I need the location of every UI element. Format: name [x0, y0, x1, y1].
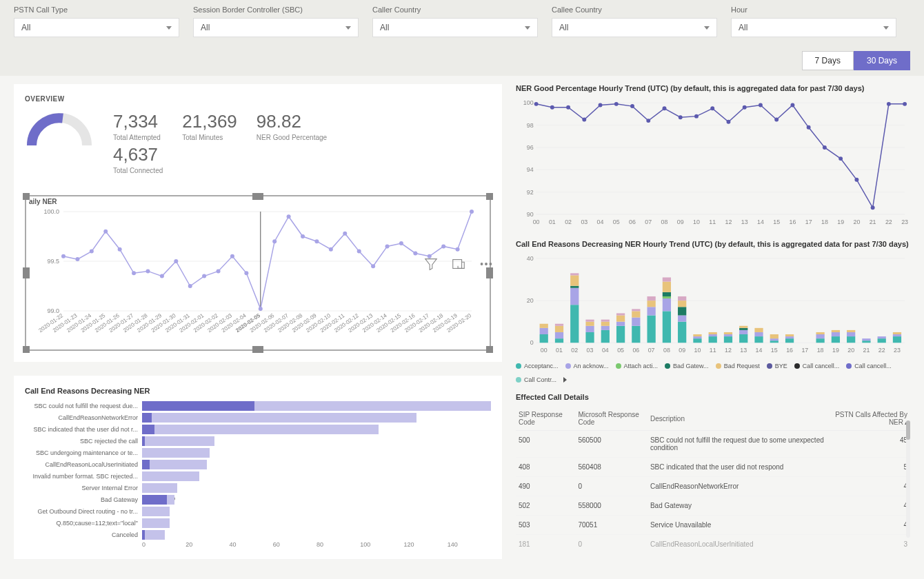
- legend-label: Attach acti...: [624, 363, 659, 369]
- filter-select-callee[interactable]: All: [552, 18, 717, 37]
- svg-rect-167: [632, 326, 640, 343]
- legend-item[interactable]: Call cancell...: [846, 363, 892, 369]
- more-options-icon[interactable]: [479, 256, 494, 272]
- svg-rect-144: [555, 324, 563, 326]
- table-cell: SBC indicated that the user did not resp…: [647, 458, 830, 477]
- table-header[interactable]: PSTN Calls Affected By NER▴: [830, 407, 910, 431]
- table-header[interactable]: Description: [647, 407, 830, 431]
- svg-point-20: [188, 284, 192, 288]
- svg-rect-148: [570, 286, 579, 288]
- table-cell: 560500: [575, 431, 647, 458]
- filter-select-hour[interactable]: All: [731, 18, 896, 37]
- svg-text:0: 0: [530, 339, 534, 346]
- legend-item[interactable]: Acceptanc...: [516, 363, 559, 369]
- filter-label: Hour: [731, 6, 896, 14]
- table-row[interactable]: 502558000Bad Gateway4: [516, 496, 910, 516]
- table-row[interactable]: 1810CallEndReasonLocalUserInitiated3: [516, 535, 910, 552]
- svg-point-33: [371, 264, 375, 268]
- legend-scroll-right-icon[interactable]: [563, 377, 567, 383]
- filter-select-pstn[interactable]: All: [14, 18, 179, 37]
- filter-select-caller[interactable]: All: [372, 18, 538, 37]
- kpi-total-connected: 4,637: [113, 144, 163, 165]
- legend-item[interactable]: Attach acti...: [616, 363, 659, 369]
- legend-item[interactable]: An acknow...: [565, 363, 609, 369]
- kpi-label: Total Minutes: [182, 134, 237, 141]
- legend-dot-icon: [516, 363, 521, 369]
- svg-text:10: 10: [694, 347, 701, 354]
- legend-label: Call cancell...: [803, 363, 840, 369]
- svg-point-104: [871, 205, 875, 210]
- svg-rect-0: [453, 260, 462, 269]
- hbar-row[interactable]: Invalid number format. SBC rejected...0: [25, 471, 491, 482]
- svg-rect-174: [647, 301, 656, 307]
- table-cell: 4: [830, 516, 910, 535]
- svg-rect-162: [616, 326, 625, 343]
- hbar-row[interactable]: CallEndReasonNetworkError4: [25, 412, 491, 423]
- hbar-row[interactable]: SBC could not fulfill the request due...…: [25, 400, 491, 412]
- hbar-row[interactable]: Bad Gateway10: [25, 494, 491, 505]
- hbar-row[interactable]: CallEndReasonLocalUserInitiated3: [25, 459, 491, 470]
- connection-donut-chart[interactable]: [25, 111, 94, 159]
- svg-rect-163: [616, 322, 625, 326]
- daily-ner-chart[interactable]: aily NER 99.099.5100.02020-01-222020-01-…: [25, 195, 491, 351]
- filter-icon[interactable]: [423, 256, 439, 272]
- kpi-ner-good: 98.82: [257, 111, 327, 132]
- kpi-attempted-connected: 7,334 Total Attempted 4,637 Total Connec…: [113, 111, 163, 174]
- reasons-hbar-chart[interactable]: SBC could not fulfill the request due...…: [25, 400, 491, 540]
- legend-item[interactable]: Call Contr...: [516, 376, 556, 383]
- reasons-hourly-chart[interactable]: 0204000010203040506070809101112131415161…: [516, 254, 910, 357]
- hbar-row[interactable]: Get Outbound Direct routing - no tr...0: [25, 506, 491, 517]
- table-row[interactable]: 4900CallEndReasonNetworkError4: [516, 477, 910, 496]
- svg-text:01: 01: [556, 347, 563, 354]
- table-row[interactable]: 500560500SBC could not fulfill the reque…: [516, 431, 910, 458]
- svg-text:98: 98: [527, 122, 534, 129]
- svg-text:08: 08: [663, 347, 670, 354]
- legend-item[interactable]: Bad Request: [716, 363, 760, 369]
- svg-text:13: 13: [740, 347, 747, 354]
- hbar-label: CallEndReasonNetworkError: [25, 414, 142, 421]
- scrollbar-vertical[interactable]: [906, 420, 910, 538]
- svg-rect-160: [601, 320, 610, 322]
- svg-text:03: 03: [587, 347, 594, 354]
- legend-item[interactable]: Call cancell...: [794, 363, 840, 369]
- hbar-row[interactable]: SBC indicated that the user did not r...…: [25, 424, 491, 435]
- svg-text:08: 08: [661, 219, 668, 225]
- svg-text:04: 04: [597, 219, 604, 225]
- call-end-reasons-card: Call End Reasons Decreasing NER SBC coul…: [14, 376, 502, 559]
- hbar-track: 0: [142, 518, 491, 528]
- table-row[interactable]: 50370051Service Unavailable4: [516, 516, 910, 535]
- table-cell: CallEndReasonNetworkError: [647, 477, 830, 496]
- range-7days-button[interactable]: 7 Days: [802, 51, 854, 70]
- table-header[interactable]: Microsoft Response Code: [575, 407, 647, 431]
- hbar-row[interactable]: Server Internal Error0: [25, 482, 491, 494]
- filter-select-sbc[interactable]: All: [193, 18, 359, 37]
- svg-text:17: 17: [801, 347, 808, 354]
- hbar-row[interactable]: Canceled1: [25, 529, 491, 540]
- table-header[interactable]: SIP Response Code: [516, 407, 575, 431]
- table-row[interactable]: 408560408SBC indicated that the user did…: [516, 458, 910, 477]
- svg-text:94: 94: [527, 166, 534, 173]
- legend-item[interactable]: Bad Gatew...: [665, 363, 709, 369]
- svg-point-91: [663, 106, 667, 110]
- ner-hourly-chart[interactable]: 9092949698100000102030405060708091011121…: [516, 98, 910, 229]
- range-30days-button[interactable]: 30 Days: [854, 51, 910, 70]
- svg-rect-143: [555, 326, 563, 332]
- visual-actions: [423, 256, 494, 272]
- filter-value: All: [201, 23, 210, 32]
- svg-text:16: 16: [786, 347, 793, 354]
- svg-rect-165: [616, 313, 625, 315]
- svg-point-14: [103, 230, 108, 234]
- legend-label: An acknow...: [574, 363, 609, 369]
- hbar-row[interactable]: Q.850;cause=112;text="local"0: [25, 518, 491, 529]
- legend-item[interactable]: BYE: [767, 363, 787, 369]
- hbar-row[interactable]: SBC undergoing maintenance or te...0: [25, 447, 491, 458]
- svg-point-92: [679, 115, 683, 119]
- svg-text:07: 07: [645, 219, 652, 225]
- svg-point-95: [727, 120, 731, 124]
- svg-rect-207: [754, 336, 763, 343]
- hbar-row[interactable]: SBC rejected the call1: [25, 436, 491, 447]
- focus-mode-icon[interactable]: [451, 256, 466, 272]
- effected-call-table[interactable]: SIP Response CodeMicrosoft Response Code…: [516, 407, 910, 551]
- svg-rect-154: [585, 322, 594, 326]
- hbar-label: Canceled: [25, 531, 142, 538]
